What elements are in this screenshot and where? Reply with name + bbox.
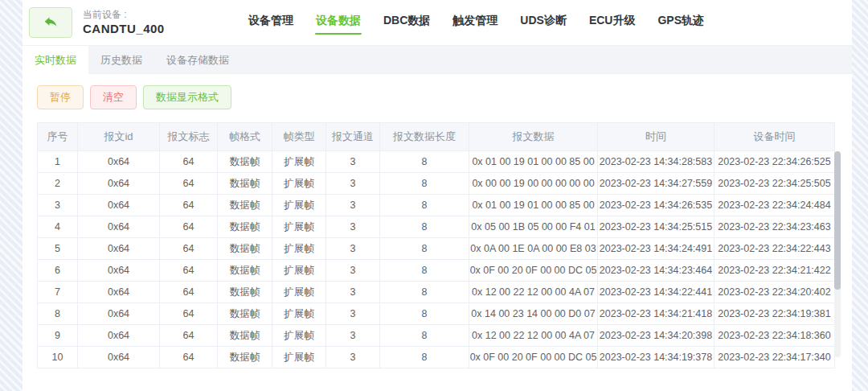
nav-tab-5[interactable]: UDS诊断 (519, 9, 567, 38)
column-header: 报文数据长度 (380, 123, 469, 151)
table-cell: 数据帧 (218, 195, 272, 216)
table-cell: 2023-02-23 22:34:23:463 (714, 216, 835, 238)
main-card: 当前设备 : CANDTU_400 设备管理设备数据DBC数据触发管理UDS诊断… (23, 0, 852, 391)
table-cell: 数据帧 (218, 347, 272, 368)
table-cell: 4 (38, 216, 78, 238)
table-cell: 扩展帧 (272, 151, 326, 173)
table-row[interactable]: 90x6464数据帧扩展帧380x 12 00 22 12 00 00 4A 0… (38, 325, 835, 347)
table-cell: 2023-02-23 14:34:24:491 (598, 238, 714, 260)
table-cell: 0x64 (78, 325, 160, 347)
table-cell: 64 (160, 282, 218, 303)
table-cell: 8 (380, 282, 469, 303)
table-cell: 数据帧 (218, 325, 272, 347)
table-cell: 2023-02-23 22:34:26:525 (714, 151, 835, 173)
table-row[interactable]: 50x6464数据帧扩展帧380x 0A 00 1E 0A 00 00 E8 0… (38, 238, 835, 260)
table-cell: 64 (160, 347, 218, 368)
subtab-3[interactable]: 设备存储数据 (154, 46, 241, 74)
pause-button[interactable]: 暂停 (37, 85, 84, 109)
table-cell: 6 (38, 260, 78, 282)
column-header: 报文id (78, 123, 160, 151)
table-cell: 3 (326, 325, 380, 347)
table-cell: 8 (380, 325, 469, 347)
table-cell: 64 (160, 238, 218, 260)
table-cell: 扩展帧 (272, 303, 326, 325)
table-row[interactable]: 40x6464数据帧扩展帧380x 05 00 1B 05 00 00 F4 0… (38, 216, 835, 238)
data-format-button[interactable]: 数据显示格式 (143, 85, 231, 109)
table-cell: 2023-02-23 14:34:23:464 (598, 260, 714, 282)
message-table-wrap: 序号报文id报文标志帧格式帧类型报文通道报文数据长度报文数据时间设备时间 10x… (37, 122, 841, 368)
table-row[interactable]: 60x6464数据帧扩展帧380x 0F 00 20 0F 00 00 DC 0… (38, 260, 835, 282)
table-cell: 2023-02-23 14:34:20:398 (598, 325, 714, 347)
subtab-1[interactable]: 实时数据 (23, 46, 88, 74)
table-cell: 扩展帧 (272, 195, 326, 216)
table-cell: 1 (38, 151, 78, 173)
table-cell: 2023-02-23 14:34:22:441 (598, 282, 714, 303)
table-row[interactable]: 70x6464数据帧扩展帧380x 12 00 22 12 00 00 4A 0… (38, 282, 835, 303)
table-cell: 扩展帧 (272, 347, 326, 368)
column-header: 报文标志 (160, 123, 218, 151)
table-cell: 3 (326, 347, 380, 368)
table-cell: 3 (326, 195, 380, 216)
nav-tab-1[interactable]: 设备管理 (248, 9, 294, 38)
back-arrow-icon (43, 14, 59, 31)
table-cell: 8 (380, 195, 469, 216)
table-row[interactable]: 80x6464数据帧扩展帧380x 14 00 23 14 00 00 D0 0… (38, 303, 835, 325)
table-row[interactable]: 100x6464数据帧扩展帧380x 0F 00 20 0F 00 00 DC … (38, 347, 835, 368)
nav-tab-6[interactable]: ECU升级 (588, 9, 637, 38)
table-cell: 0x64 (78, 173, 160, 195)
device-label: 当前设备 : (83, 8, 165, 21)
nav-tab-4[interactable]: 触发管理 (452, 9, 498, 38)
table-cell: 0x 12 00 22 12 00 00 4A 07 (469, 325, 598, 347)
scrollbar-thumb[interactable] (834, 151, 841, 290)
message-table: 序号报文id报文标志帧格式帧类型报文通道报文数据长度报文数据时间设备时间 10x… (37, 122, 835, 368)
table-cell: 3 (326, 282, 380, 303)
column-header: 帧格式 (218, 123, 272, 151)
table-row[interactable]: 10x6464数据帧扩展帧380x 01 00 19 01 00 00 85 0… (38, 151, 835, 173)
table-cell: 0x 12 00 22 12 00 00 4A 07 (469, 282, 598, 303)
table-cell: 扩展帧 (272, 260, 326, 282)
table-cell: 3 (38, 195, 78, 216)
table-row[interactable]: 30x6464数据帧扩展帧380x 01 00 19 01 00 00 85 0… (38, 195, 835, 216)
table-cell: 2023-02-23 14:34:21:418 (598, 303, 714, 325)
nav-tab-3[interactable]: DBC数据 (383, 9, 431, 38)
content-area: 暂停 清空 数据显示格式 序号报文id报文标志帧格式帧类型报文通道报文数据长度报… (23, 74, 852, 368)
table-cell: 0x 0A 00 1E 0A 00 00 E8 03 (469, 238, 598, 260)
table-cell: 3 (326, 260, 380, 282)
table-cell: 5 (38, 238, 78, 260)
nav-tab-7[interactable]: GPS轨迹 (657, 9, 705, 38)
table-header-row: 序号报文id报文标志帧格式帧类型报文通道报文数据长度报文数据时间设备时间 (38, 123, 835, 151)
table-cell: 64 (160, 216, 218, 238)
clear-button[interactable]: 清空 (90, 85, 137, 109)
table-cell: 数据帧 (218, 216, 272, 238)
table-cell: 64 (160, 173, 218, 195)
table-cell: 0x 00 00 19 00 00 00 00 00 (469, 173, 598, 195)
table-cell: 2023-02-23 14:34:27:559 (598, 173, 714, 195)
table-cell: 0x64 (78, 216, 160, 238)
table-cell: 64 (160, 303, 218, 325)
table-cell: 0x64 (78, 195, 160, 216)
table-cell: 10 (38, 347, 78, 368)
table-cell: 8 (380, 151, 469, 173)
table-row[interactable]: 20x6464数据帧扩展帧380x 00 00 19 00 00 00 00 0… (38, 173, 835, 195)
subtab-2[interactable]: 历史数据 (88, 46, 154, 74)
table-scrollbar[interactable] (834, 151, 841, 357)
table-cell: 2023-02-23 22:34:20:402 (714, 282, 835, 303)
table-cell: 0x64 (78, 282, 160, 303)
table-cell: 2023-02-23 22:34:17:340 (714, 347, 835, 368)
column-header: 设备时间 (714, 123, 835, 151)
nav-tab-2[interactable]: 设备数据 (315, 9, 362, 38)
table-cell: 3 (326, 216, 380, 238)
table-cell: 8 (38, 303, 78, 325)
table-cell: 8 (380, 173, 469, 195)
table-cell: 64 (160, 325, 218, 347)
column-header: 报文数据 (469, 123, 598, 151)
table-cell: 2023-02-23 22:34:22:443 (714, 238, 835, 260)
table-cell: 0x 0F 00 20 0F 00 00 DC 05 (469, 347, 598, 368)
column-header: 帧类型 (272, 123, 326, 151)
table-cell: 数据帧 (218, 282, 272, 303)
table-cell: 3 (326, 303, 380, 325)
table-cell: 2023-02-23 22:34:25:505 (714, 173, 835, 195)
table-cell: 3 (326, 173, 380, 195)
column-header: 报文通道 (326, 123, 380, 151)
back-button[interactable] (29, 7, 72, 38)
